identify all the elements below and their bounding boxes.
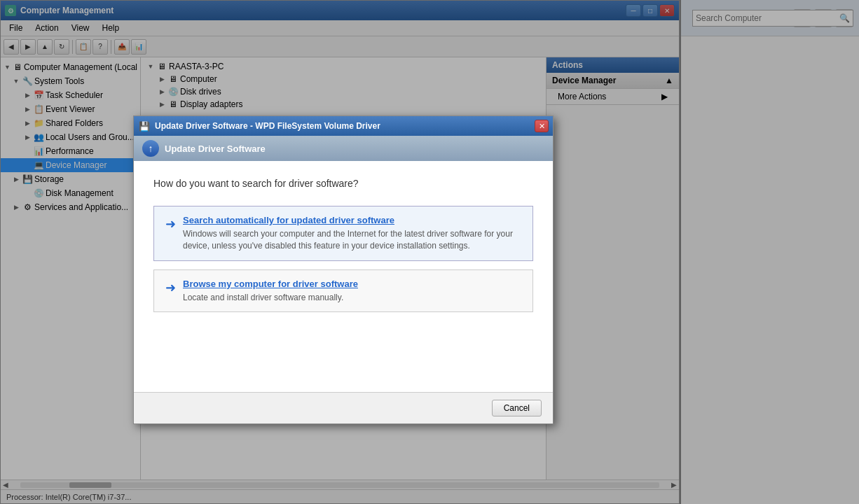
dialog-close-button[interactable]: ✕	[535, 120, 549, 132]
auto-search-desc: Windows will search your computer and th…	[183, 228, 521, 252]
browse-option[interactable]: ➜ Browse my computer for driver software…	[153, 270, 533, 313]
update-driver-dialog: 💾 Update Driver Software - WPD FileSyste…	[133, 115, 554, 424]
browse-title[interactable]: Browse my computer for driver software	[183, 279, 358, 289]
browse-content: Browse my computer for driver software L…	[183, 279, 358, 304]
auto-search-arrow-icon: ➜	[165, 216, 176, 232]
modal-overlay: 💾 Update Driver Software - WPD FileSyste…	[0, 0, 859, 504]
dialog-top-title: Update Driver Software	[165, 144, 266, 154]
dialog-question: How do you want to search for driver sof…	[153, 178, 533, 189]
dialog-body: How do you want to search for driver sof…	[134, 161, 553, 392]
dialog-top-bar: ↑ Update Driver Software	[134, 136, 553, 161]
auto-search-content: Search automatically for updated driver …	[183, 215, 521, 252]
dialog-title-text: Update Driver Software - WPD FileSystem …	[155, 121, 530, 131]
browse-arrow-icon: ➜	[165, 280, 176, 295]
auto-search-title[interactable]: Search automatically for updated driver …	[183, 215, 521, 225]
browse-desc: Locate and install driver software manua…	[183, 292, 358, 304]
cancel-button[interactable]: Cancel	[492, 400, 542, 416]
auto-search-option[interactable]: ➜ Search automatically for updated drive…	[153, 206, 533, 261]
dialog-top-icon: ↑	[142, 140, 159, 157]
dialog-footer: Cancel	[134, 392, 553, 424]
dialog-title-bar: 💾 Update Driver Software - WPD FileSyste…	[134, 116, 553, 136]
dialog-title-icon: 💾	[138, 120, 151, 132]
